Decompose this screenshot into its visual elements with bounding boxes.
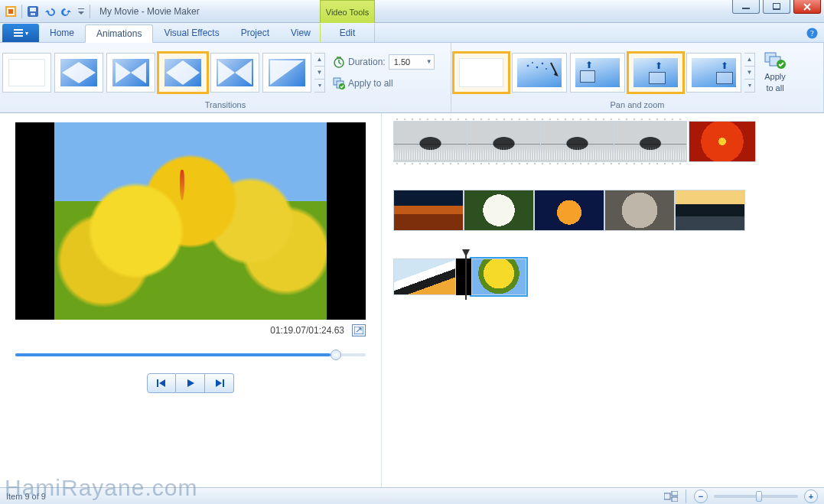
save-icon[interactable] [25,4,41,19]
duration-icon [333,56,345,68]
workspace: 01:19.07/01:24.63 [0,113,824,487]
clip[interactable] [393,259,456,295]
apply-all-line2: to all [766,83,783,93]
window-title: My Movie - Movie Maker [99,6,200,17]
transitions-gallery: ▲ ▼ ▾ [2,53,325,93]
prev-frame-button[interactable] [147,373,176,393]
view-thumbnails-button[interactable] [664,491,678,502]
scroll-up-icon[interactable]: ▲ [314,54,324,66]
pan-zoom-option[interactable] [512,53,567,93]
transition-none[interactable] [2,53,51,93]
preview-pane: 01:19.07/01:24.63 [0,113,381,487]
file-tab[interactable]: ▾ [2,24,39,42]
separator [21,5,22,18]
duration-input[interactable]: 1.50 ▼ [389,54,435,70]
zoom-out-button[interactable]: − [694,489,708,503]
scroll-down-icon[interactable]: ▼ [744,66,754,79]
duration-label: Duration: [348,57,386,67]
title-bar: My Movie - Movie Maker Video Tools [0,0,824,23]
minimize-button[interactable] [732,0,760,14]
gallery-dropdown-icon[interactable]: ▾ [314,79,324,92]
ribbon-tabs: ▾ Home Animations Visual Effects Project… [0,23,824,43]
tab-project[interactable]: Project [230,24,280,42]
apply-to-all-transitions[interactable]: Apply to all [333,75,435,92]
svg-rect-27 [157,379,158,387]
tab-edit[interactable]: Edit [320,24,375,42]
separator [686,489,686,503]
maximize-button[interactable] [763,0,790,14]
group-label: Pan and zoom [454,100,821,111]
gallery-dropdown-icon[interactable]: ▾ [744,79,754,92]
timecode: 01:19.07/01:24.63 [270,325,344,336]
duration-value: 1.50 [394,57,410,67]
svg-point-20 [536,66,539,68]
time-row: 01:19.07/01:24.63 [15,324,366,337]
transition-option[interactable] [210,53,259,93]
transition-option[interactable] [262,53,311,93]
pan-zoom-option[interactable]: ⬆ [686,53,741,93]
svg-rect-30 [672,491,678,496]
qat-dropdown-icon[interactable] [76,4,86,19]
separator [90,5,90,18]
svg-rect-6 [78,8,84,9]
zoom-in-button[interactable]: + [804,489,818,503]
next-frame-button[interactable] [205,373,234,393]
zoom-thumb[interactable] [756,491,762,502]
close-button[interactable] [793,0,821,14]
undo-icon[interactable] [42,4,57,19]
tab-view[interactable]: View [280,24,321,42]
duration-row: Duration: 1.50 ▼ [333,54,435,70]
pan-zoom-none[interactable] [454,53,509,93]
pan-zoom-option-selected[interactable]: ⬆ [628,53,683,93]
apply-all-icon [764,52,786,70]
clip[interactable] [689,121,756,162]
seek-thumb[interactable] [331,350,341,360]
svg-rect-2 [8,9,13,14]
transport-controls [147,373,234,393]
context-tab-header: Video Tools [320,0,375,23]
play-button[interactable] [176,373,205,393]
transition-option[interactable] [106,53,155,93]
scroll-down-icon[interactable]: ▼ [314,66,324,79]
tab-visual-effects[interactable]: Visual Effects [153,24,230,42]
app-icon[interactable] [3,4,18,19]
svg-text:?: ? [810,29,814,37]
apply-all-icon [333,77,345,89]
clip[interactable] [464,190,534,231]
clip[interactable] [675,190,745,231]
fullscreen-button[interactable] [352,324,366,337]
transition-option[interactable] [54,53,103,93]
transitions-gallery-expand[interactable]: ▲ ▼ ▾ [314,53,325,93]
storyboard[interactable] [384,113,824,487]
clip[interactable] [393,190,464,231]
pan-zoom-gallery: ⬆ ⬆ ⬆ ▲ ▼ ▾ [454,53,755,93]
playhead[interactable] [465,254,467,300]
help-icon[interactable]: ? [806,27,818,39]
transition-option-selected[interactable] [158,53,207,93]
svg-rect-29 [664,493,670,499]
svg-rect-31 [672,497,678,502]
preview-monitor [15,122,366,320]
scroll-up-icon[interactable]: ▲ [744,54,754,66]
transition-gap[interactable] [456,259,471,295]
svg-point-19 [532,62,533,63]
clip[interactable] [534,190,604,231]
pan-zoom-gallery-expand[interactable]: ▲ ▼ ▾ [744,53,755,93]
clip[interactable] [604,190,675,231]
pan-zoom-option[interactable]: ⬆ [570,53,625,93]
window-controls [732,0,821,14]
file-menu-icon [14,29,23,37]
status-item-count: Item 9 of 9 [6,492,46,501]
svg-point-22 [546,68,547,70]
svg-rect-8 [773,3,780,9]
chevron-down-icon: ▾ [25,30,28,37]
clip-selected[interactable] [471,259,526,295]
redo-icon[interactable] [59,4,74,19]
apply-to-all-pan-zoom[interactable]: Apply to all [755,52,795,92]
tab-home[interactable]: Home [39,24,85,42]
preview-seek-slider[interactable] [15,353,366,356]
svg-rect-11 [14,35,23,37]
tab-animations[interactable]: Animations [85,24,153,43]
zoom-slider[interactable] [714,495,798,498]
svg-point-18 [527,64,529,67]
